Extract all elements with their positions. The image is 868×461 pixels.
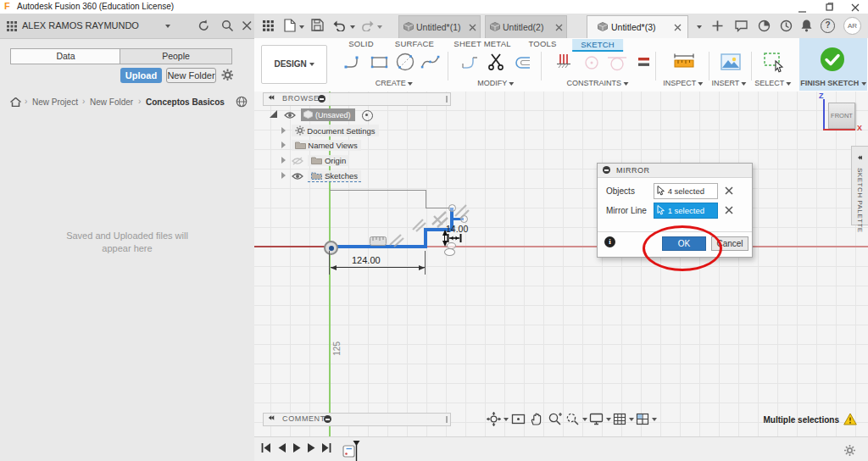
new-tab-plus-icon[interactable] <box>712 20 723 31</box>
browser-row-named-views[interactable]: Named Views <box>263 140 361 155</box>
viewcube-front-face[interactable]: FRONT <box>828 103 855 129</box>
circle-tool-icon[interactable] <box>394 51 416 73</box>
user-dropdown-icon[interactable] <box>165 25 170 28</box>
redo-icon[interactable] <box>361 19 374 31</box>
insert-image-icon[interactable] <box>720 51 742 73</box>
clear-mirror-line-icon[interactable] <box>725 206 733 214</box>
breadcrumb-folder[interactable]: New Folder <box>90 97 133 107</box>
save-icon[interactable] <box>311 19 324 31</box>
browser-row-document-settings[interactable]: Document Settings <box>263 125 379 140</box>
orbit-icon[interactable] <box>487 412 501 426</box>
globe-icon[interactable] <box>236 96 248 108</box>
history-clock-icon[interactable] <box>780 19 793 32</box>
maximize-button[interactable] <box>816 0 842 13</box>
warning-icon[interactable] <box>843 413 857 425</box>
close-tab-icon[interactable] <box>674 24 682 31</box>
env-tab-sketch-active[interactable]: SKETCH <box>572 39 623 52</box>
new-folder-button[interactable]: New Folder <box>166 68 216 83</box>
job-status-icon[interactable] <box>758 19 771 32</box>
collapse-arrows-icon[interactable] <box>268 414 275 423</box>
coincident-constraint-icon[interactable] <box>581 51 603 73</box>
expand-icon[interactable] <box>281 142 286 148</box>
grid-menu-icon[interactable] <box>7 21 17 31</box>
fix-constraint-icon[interactable] <box>553 51 575 73</box>
design-workspace-selector[interactable]: DESIGN <box>261 45 327 84</box>
doc-tab-3-active[interactable]: Untitled*(3) <box>587 15 688 39</box>
breadcrumb-project[interactable]: New Project <box>32 97 78 107</box>
tab-people[interactable]: People <box>120 48 232 64</box>
orbit-dropdown-icon[interactable] <box>504 418 509 421</box>
show-data-panel-icon[interactable] <box>263 20 274 31</box>
help-icon[interactable]: ? <box>821 19 835 33</box>
env-tab-sheet-metal[interactable]: SHEET METAL <box>453 39 510 48</box>
mirror-dialog-header[interactable]: MIRROR <box>598 164 752 178</box>
viewports-dropdown-icon[interactable] <box>652 418 657 421</box>
browser-row-sketches[interactable]: Sketches <box>263 170 361 186</box>
construction-line[interactable] <box>330 190 426 191</box>
line-tool-icon[interactable] <box>343 51 365 73</box>
browser-options-icon[interactable] <box>318 95 326 103</box>
pan-hand-icon[interactable] <box>530 412 543 426</box>
close-panel-icon[interactable] <box>242 20 253 31</box>
activate-component-radio[interactable] <box>362 110 373 121</box>
root-component-chip[interactable]: (Unsaved) <box>301 108 355 121</box>
browser-panel-header[interactable]: BROWSER <box>263 92 451 106</box>
tab-data[interactable]: Data <box>10 48 121 64</box>
dimension-chip-icon[interactable] <box>370 236 387 246</box>
redo-dropdown-icon[interactable] <box>377 25 382 29</box>
file-menu-dropdown-icon[interactable] <box>299 25 304 29</box>
expand-icon[interactable] <box>281 172 286 179</box>
close-tab-icon[interactable] <box>469 24 476 31</box>
viewports-icon[interactable] <box>636 413 649 425</box>
tangent-constraint-icon[interactable] <box>606 51 628 73</box>
group-insert[interactable]: INSERT <box>711 79 746 87</box>
undo-dropdown-icon[interactable] <box>350 25 355 29</box>
breadcrumb-current[interactable]: Conceptos Basicos <box>146 97 225 107</box>
group-constraints[interactable]: CONSTRAINTS <box>566 79 628 87</box>
view-cube[interactable]: Z FRONT X <box>810 92 868 142</box>
look-at-icon[interactable] <box>511 413 526 425</box>
zoom-icon[interactable] <box>548 412 562 426</box>
measure-tool-icon[interactable] <box>672 51 696 73</box>
upload-button[interactable]: Upload <box>120 68 162 83</box>
grid-dropdown-icon[interactable] <box>629 418 634 421</box>
visibility-eye-icon[interactable] <box>284 111 296 119</box>
env-tab-surface[interactable]: SURFACE <box>395 39 434 48</box>
group-modify[interactable]: MODIFY <box>477 79 514 87</box>
trim-scissors-icon[interactable] <box>486 51 508 73</box>
env-tab-tools[interactable]: TOOLS <box>528 39 556 48</box>
timeline-play-icon[interactable] <box>292 442 302 453</box>
dim-grip[interactable] <box>444 248 455 256</box>
expand-icon[interactable] <box>281 127 286 134</box>
group-create[interactable]: CREATE <box>376 79 413 87</box>
objects-selection-button[interactable]: 4 selected <box>654 183 718 199</box>
panel-drag-handle[interactable] <box>446 416 448 423</box>
equal-constraint-icon[interactable] <box>633 51 655 73</box>
doc-tab-1[interactable]: Untitled*(1) <box>398 15 481 39</box>
dialog-collapse-icon[interactable] <box>603 166 610 174</box>
file-menu-icon[interactable] <box>284 19 296 32</box>
grid-settings-icon[interactable] <box>613 413 626 425</box>
spline-tool-icon[interactable] <box>420 51 442 73</box>
construction-line[interactable] <box>426 190 426 208</box>
offset-tool-icon[interactable] <box>511 51 533 73</box>
comments-options-icon[interactable] <box>324 415 331 423</box>
timeline-go-start-icon[interactable] <box>261 442 271 453</box>
origin-point[interactable] <box>324 241 338 255</box>
expand-root-icon[interactable] <box>270 110 277 118</box>
timeline-sketch-feature[interactable] <box>342 441 361 461</box>
rectangle-tool-icon[interactable] <box>369 51 391 73</box>
dimension-width-value[interactable]: 124.00 <box>352 255 381 265</box>
close-window-button[interactable] <box>843 0 868 13</box>
fit-view-icon[interactable] <box>565 412 580 426</box>
minimize-button[interactable] <box>790 0 815 13</box>
refresh-icon[interactable] <box>198 19 210 32</box>
expand-icon[interactable] <box>281 157 286 164</box>
display-settings-icon[interactable] <box>589 413 604 425</box>
fit-dropdown-icon[interactable] <box>582 418 587 421</box>
timeline-settings-gear-icon[interactable] <box>843 444 856 457</box>
group-inspect[interactable]: INSPECT <box>663 79 703 87</box>
comments-panel-header[interactable]: COMMENTS <box>263 413 451 426</box>
visibility-eye-icon[interactable] <box>292 172 303 181</box>
display-dropdown-icon[interactable] <box>606 418 611 421</box>
